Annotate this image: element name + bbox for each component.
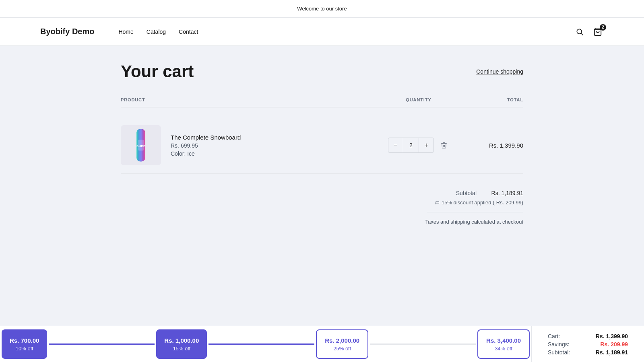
column-product: PRODUCT — [121, 97, 378, 102]
product-info: The Complete Snowboard Rs. 699.95 Color:… — [171, 134, 241, 157]
main-nav: Home Catalog Contact — [118, 29, 574, 35]
quantity-decrease-button[interactable]: − — [388, 138, 403, 152]
logo: Byobify Demo — [40, 27, 94, 36]
product-color: Color: Ice — [171, 150, 241, 157]
tier-3-discount: 25% off — [333, 346, 351, 352]
nav-catalog[interactable]: Catalog — [147, 29, 166, 35]
progress-bar-2 — [208, 326, 314, 352]
disc-savings-value: Rs. 209.99 — [601, 341, 628, 348]
subtotal-value: Rs. 1,189.91 — [483, 190, 523, 196]
disc-subtotal-label: Subtotal: — [548, 349, 570, 352]
quantity-controls: − 2 + — [388, 138, 434, 153]
tier-4-discount: 34% off — [495, 346, 512, 352]
progress-bar-3 — [370, 326, 476, 352]
discount-note: 15% discount applied (-Rs. 209.99) — [442, 200, 523, 206]
progress-filled-1 — [49, 343, 155, 345]
cart-summary: Subtotal Rs. 1,189.91 🏷 15% discount app… — [121, 190, 523, 225]
tier-4: Rs. 3,400.00 34% off — [477, 329, 530, 352]
cart-header: Your cart Continue shopping — [121, 62, 523, 81]
top-banner: Welcome to our store — [0, 0, 644, 18]
search-button[interactable] — [574, 26, 585, 37]
discount-bar: Rs. 700.00 10% off Rs. 1,000.00 15% off … — [0, 326, 644, 352]
disc-cart-value: Rs. 1,399.90 — [596, 333, 628, 339]
product-name: The Complete Snowboard — [171, 134, 241, 141]
tier-2-amount: Rs. 1,000.00 — [164, 337, 199, 344]
disc-subtotal-value: Rs. 1,189.91 — [596, 349, 628, 352]
svg-text:SHDF: SHDF — [136, 144, 145, 148]
cart-badge: 2 — [600, 24, 606, 31]
quantity-increase-button[interactable]: + — [419, 138, 433, 152]
main-content: Your cart Continue shopping PRODUCT QUAN… — [80, 46, 564, 352]
progress-empty-3 — [370, 343, 476, 345]
item-total: Rs. 1,399.90 — [459, 142, 523, 149]
tier-1-amount: Rs. 700.00 — [10, 337, 39, 344]
disc-savings-row: Savings: Rs. 209.99 — [548, 341, 628, 348]
discount-row: 🏷 15% discount applied (-Rs. 209.99) — [434, 200, 523, 206]
product-price: Rs. 699.95 — [171, 142, 241, 149]
subtotal-row: Subtotal Rs. 1,189.91 — [456, 190, 523, 196]
taxes-note: Taxes and shipping calculated at checkou… — [425, 219, 523, 225]
cart-table-header: PRODUCT QUANTITY TOTAL — [121, 97, 523, 107]
disc-cart-row: Cart: Rs. 1,399.90 — [548, 333, 628, 339]
taxes-row: Taxes and shipping calculated at checkou… — [425, 219, 523, 225]
tag-icon: 🏷 — [434, 200, 439, 206]
column-quantity: QUANTITY — [378, 97, 459, 102]
tier-1-discount: 10% off — [16, 346, 33, 352]
cart-item: SHDF The Complete Snowboard Rs. 699.95 C… — [121, 117, 523, 174]
svg-line-1 — [581, 33, 583, 35]
nav-home[interactable]: Home — [118, 29, 133, 35]
quantity-col: − 2 + — [378, 138, 459, 153]
tier-4-amount: Rs. 3,400.00 — [486, 337, 521, 344]
search-icon — [576, 28, 584, 36]
delete-item-button[interactable] — [439, 140, 449, 150]
tier-1: Rs. 700.00 10% off — [2, 329, 47, 352]
product-image: SHDF — [121, 125, 161, 165]
column-total: TOTAL — [459, 97, 523, 102]
quantity-value: 2 — [403, 138, 419, 152]
product-col: SHDF The Complete Snowboard Rs. 699.95 C… — [121, 125, 378, 165]
progress-filled-2 — [208, 343, 314, 345]
discount-tiers: Rs. 700.00 10% off Rs. 1,000.00 15% off … — [0, 326, 531, 352]
svg-point-0 — [577, 29, 582, 34]
snowboard-image: SHDF — [129, 127, 153, 163]
discount-summary: Cart: Rs. 1,399.90 Savings: Rs. 209.99 S… — [531, 326, 644, 352]
continue-shopping-link[interactable]: Continue shopping — [476, 68, 523, 75]
banner-text: Welcome to our store — [297, 6, 347, 12]
tier-3: Rs. 2,000.00 25% off — [316, 329, 368, 352]
disc-cart-label: Cart: — [548, 333, 560, 339]
nav-contact[interactable]: Contact — [179, 29, 198, 35]
header: Byobify Demo Home Catalog Contact 2 — [0, 18, 644, 46]
disc-subtotal-row: Subtotal: Rs. 1,189.91 — [548, 349, 628, 352]
subtotal-label: Subtotal — [456, 190, 477, 196]
tier-2: Rs. 1,000.00 15% off — [156, 329, 207, 352]
tier-3-amount: Rs. 2,000.00 — [325, 337, 359, 344]
trash-icon — [440, 142, 448, 149]
progress-bar-1 — [49, 326, 155, 352]
cart-button[interactable]: 2 — [592, 26, 604, 38]
disc-savings-label: Savings: — [548, 341, 570, 348]
cart-title: Your cart — [121, 62, 194, 81]
header-icons: 2 — [574, 26, 604, 38]
tier-2-discount: 15% off — [173, 346, 190, 352]
summary-divider — [427, 212, 523, 212]
